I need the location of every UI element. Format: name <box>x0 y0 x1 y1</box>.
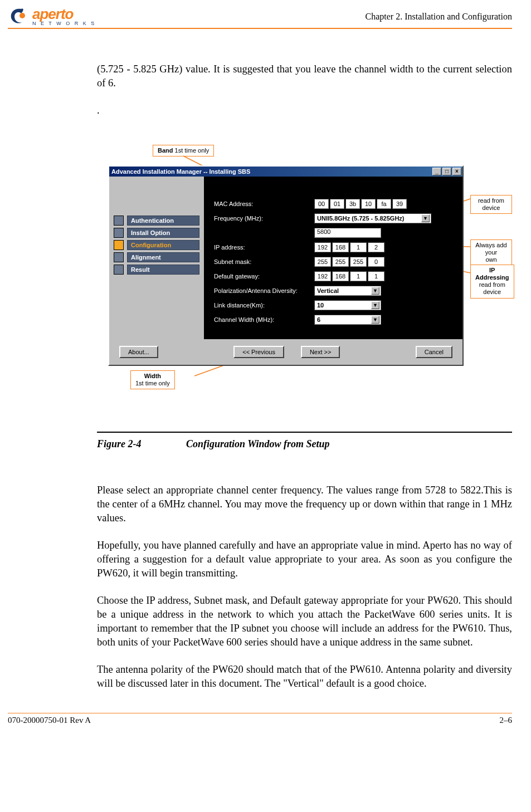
step-box-icon <box>114 228 124 238</box>
sidebar-item-authentication[interactable]: Authentication <box>114 216 199 226</box>
step-box-icon <box>114 265 124 275</box>
gateway-field[interactable]: 192 168 1 1 <box>314 271 384 281</box>
ip-address-field[interactable]: 192 168 1 2 <box>314 242 384 252</box>
mac-label: MAC Address: <box>214 200 309 207</box>
config-form: MAC Address: 00 01 3b 10 fa 39 Fre <box>204 177 462 339</box>
gateway-label: Default gateway: <box>214 273 309 280</box>
subnet-mask-field[interactable]: 255 255 255 0 <box>314 257 384 267</box>
config-window: Advanced Installation Manager -- Install… <box>108 165 464 366</box>
chapter-label: Chapter 2. Installation and Configuratio… <box>366 12 513 22</box>
wizard-sidebar: Authentication Install Option Configurat… <box>109 177 204 339</box>
maximize-button[interactable]: □ <box>442 168 451 175</box>
para-3: Choose the IP address, Subnet mask, and … <box>97 594 512 649</box>
footer-doc-id: 070-20000750-01 Rev A <box>8 716 91 725</box>
channel-width-dropdown[interactable]: 6 ▼ <box>314 315 381 325</box>
callout-read-device: read from device <box>470 195 512 214</box>
step-box-icon <box>114 216 124 226</box>
para-2: Hopefully, you have planned carefully an… <box>97 539 512 580</box>
frequency-label: Frequency (MHz): <box>214 215 309 222</box>
frequency-band-dropdown[interactable]: UNII5.8GHz (5.725 - 5.825GHz) ▼ <box>314 213 431 223</box>
chevron-down-icon: ▼ <box>371 316 379 324</box>
step-box-icon <box>114 252 124 262</box>
intro-paragraph: (5.725 - 5.825 GHz) value. It is suggest… <box>97 62 512 90</box>
subnet-label: Subnet mask: <box>214 258 309 265</box>
polarization-dropdown[interactable]: Vertical ▼ <box>314 286 381 296</box>
page-footer: 070-20000750-01 Rev A 2–6 <box>8 713 512 725</box>
chevron-down-icon: ▼ <box>421 214 430 222</box>
channel-width-label: Channel Width (MHz): <box>214 316 309 323</box>
frequency-value-input[interactable]: 5800 <box>314 228 381 238</box>
sidebar-item-alignment[interactable]: Alignment <box>114 252 199 262</box>
chevron-down-icon: ▼ <box>371 301 379 309</box>
para-4: The antenna polarity of the PW620 should… <box>97 663 512 691</box>
ip-label: IP address: <box>214 244 309 251</box>
sidebar-item-result[interactable]: Result <box>114 265 199 275</box>
figure-caption: Figure 2-4Configuration Window from Setu… <box>97 432 512 450</box>
link-distance-dropdown[interactable]: 10 ▼ <box>314 300 381 310</box>
window-titlebar[interactable]: Advanced Installation Manager -- Install… <box>109 167 462 177</box>
logo-swirl-icon <box>8 7 29 27</box>
callout-width: Width 1st time only <box>130 370 175 389</box>
page-header: aperto N E T W O R K S Chapter 2. Instal… <box>8 7 512 29</box>
window-title: Advanced Installation Manager -- Install… <box>111 168 250 175</box>
about-button[interactable]: About... <box>119 346 158 358</box>
next-button[interactable]: Next >> <box>301 346 340 358</box>
previous-button[interactable]: << Previous <box>233 346 284 358</box>
mac-address-field[interactable]: 00 01 3b 10 fa 39 <box>314 199 407 209</box>
para-1: Please select an appropriate channel cen… <box>97 483 512 525</box>
logo-word: aperto <box>32 8 96 21</box>
logo-sub: N E T W O R K S <box>32 21 96 26</box>
svg-point-0 <box>20 13 25 18</box>
callout-band: Band 1st time only <box>153 145 214 156</box>
minimize-button[interactable]: _ <box>432 168 441 175</box>
cancel-button[interactable]: Cancel <box>416 346 452 358</box>
step-box-icon <box>114 240 124 250</box>
callout-ip: IP Addressingread from device <box>470 265 514 299</box>
chevron-down-icon: ▼ <box>371 287 379 295</box>
sidebar-item-install-option[interactable]: Install Option <box>114 228 199 238</box>
polarization-label: Polarization/Antenna Diversity: <box>214 287 309 294</box>
close-button[interactable]: × <box>452 168 461 175</box>
footer-page-number: 2–6 <box>500 716 513 725</box>
lone-period: . <box>97 104 512 118</box>
sidebar-item-configuration[interactable]: Configuration <box>114 240 199 250</box>
wizard-button-bar: About... << Previous Next >> Cancel <box>109 339 462 365</box>
link-distance-label: Link distance(Km): <box>214 302 309 309</box>
aperto-logo: aperto N E T W O R K S <box>8 7 96 27</box>
